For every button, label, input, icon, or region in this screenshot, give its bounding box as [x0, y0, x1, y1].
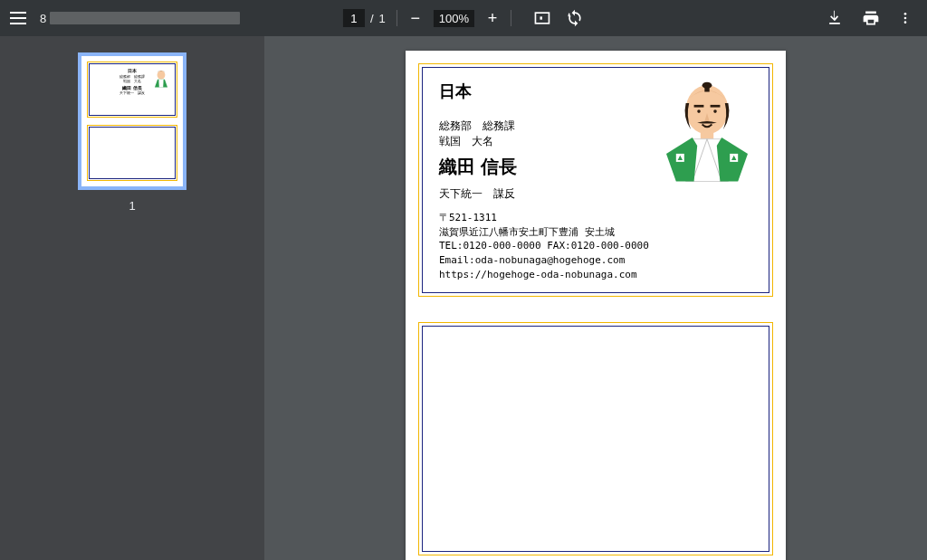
toolbar-right	[826, 9, 920, 27]
svg-rect-8	[704, 85, 709, 91]
thumbnail-number: 1	[78, 199, 186, 213]
workspace: 日本 総務部 総務課 戦国 大名 織田 信長 天下統一 謀反 1	[0, 36, 927, 560]
toolbar-left: 8	[7, 7, 240, 29]
page-area[interactable]: 日本 総務部 総務課 戦国 大名 織田 信長 天下統一 謀反 〒521-1311…	[264, 36, 927, 560]
card-postal: 〒521-1311	[439, 211, 756, 225]
rotate-icon[interactable]	[566, 9, 584, 27]
print-icon[interactable]	[862, 9, 880, 27]
page-thumbnail[interactable]: 日本 総務部 総務課 戦国 大名 織田 信長 天下統一 謀反	[78, 52, 186, 190]
page-total: 1	[379, 12, 386, 25]
business-card-front: 日本 総務部 総務課 戦国 大名 織田 信長 天下統一 謀反 〒521-1311…	[418, 63, 773, 297]
page-indicator: / 1	[343, 9, 386, 27]
toolbar-divider	[511, 10, 511, 26]
card-address: 滋賀県近江八幡市安土町下豊浦 安土城	[439, 225, 756, 240]
thumbnail-item[interactable]: 日本 総務部 総務課 戦国 大名 織田 信長 天下統一 謀反 1	[78, 52, 186, 213]
pdf-page: 日本 総務部 総務課 戦国 大名 織田 信長 天下統一 謀反 〒521-1311…	[406, 51, 786, 560]
thumbnail-sidebar: 日本 総務部 総務課 戦国 大名 織田 信長 天下統一 謀反 1	[0, 36, 264, 560]
toolbar-center: / 1 − 100% +	[343, 9, 584, 27]
card-telfax: TEL:0120-000-0000 FAX:0120-000-0000	[439, 239, 756, 253]
svg-point-11	[697, 109, 701, 113]
business-card-back	[418, 322, 773, 555]
more-icon[interactable]	[898, 9, 913, 27]
card-url: https://hogehoge-oda-nobunaga.com	[439, 268, 756, 282]
svg-point-4	[904, 21, 907, 24]
svg-point-2	[904, 13, 907, 15]
zoom-controls: − 100% +	[408, 10, 500, 27]
toolbar-divider	[397, 10, 397, 26]
svg-rect-10	[711, 105, 721, 108]
pdf-toolbar: 8 / 1 − 100% +	[0, 0, 927, 36]
card-email: Email:oda-nobunaga@hogehoge.com	[439, 253, 756, 268]
view-controls	[533, 9, 584, 27]
zoom-in-button[interactable]: +	[485, 10, 500, 26]
card-tagline: 天下統一 謀反	[439, 186, 756, 202]
fit-page-icon[interactable]	[533, 9, 551, 27]
thumb-tag: 天下統一 謀反	[93, 90, 171, 95]
filename-redacted	[50, 12, 240, 24]
zoom-level: 100%	[434, 10, 474, 27]
svg-point-3	[904, 17, 907, 20]
document-filename: 8	[40, 12, 240, 25]
page-current-input[interactable]	[343, 9, 365, 27]
thumb-card-bottom	[87, 125, 177, 181]
svg-rect-1	[540, 16, 543, 19]
menu-icon[interactable]	[7, 7, 29, 29]
download-icon[interactable]	[826, 9, 844, 27]
svg-rect-13	[701, 131, 713, 139]
page-separator: /	[370, 12, 374, 25]
samurai-portrait-icon	[658, 75, 756, 182]
card-details: 〒521-1311 滋賀県近江八幡市安土町下豊浦 安土城 TEL:0120-00…	[439, 211, 756, 283]
svg-point-5	[158, 71, 166, 80]
zoom-out-button[interactable]: −	[408, 10, 423, 26]
svg-rect-9	[694, 105, 704, 108]
filename-prefix: 8	[40, 12, 46, 25]
thumb-card-top: 日本 総務部 総務課 戦国 大名 織田 信長 天下統一 謀反	[87, 62, 177, 118]
thumb-portrait-icon	[151, 68, 171, 88]
svg-point-12	[713, 109, 717, 113]
